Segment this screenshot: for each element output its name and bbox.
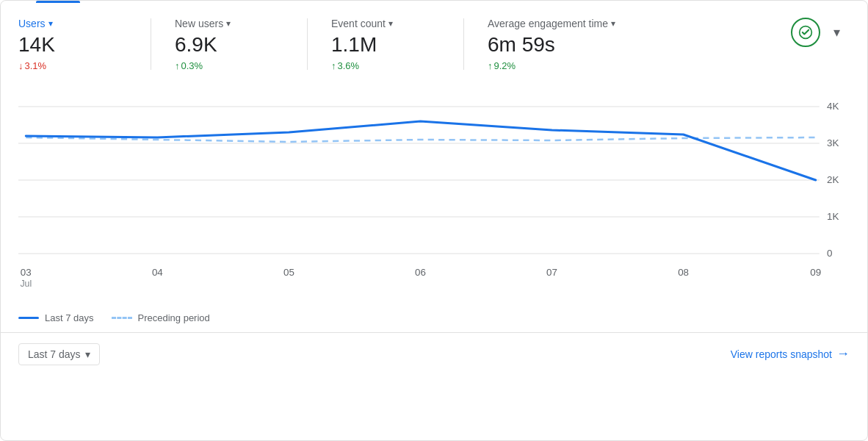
event-count-change-symbol: ↑ <box>331 60 336 71</box>
users-dropdown-arrow: ▾ <box>48 18 53 29</box>
metric-event-count-value: 1.1M <box>331 32 440 57</box>
svg-text:06: 06 <box>415 267 426 278</box>
metric-new-users-change: ↑ 0.3% <box>175 60 283 71</box>
metric-new-users-label: New users ▾ <box>175 18 283 29</box>
chart-legend: Last 7 days Preceding period <box>1 304 867 332</box>
compare-check-button[interactable] <box>791 18 820 47</box>
more-options-button[interactable]: ▾ <box>823 19 850 46</box>
svg-text:08: 08 <box>678 267 689 278</box>
svg-text:05: 05 <box>283 267 294 278</box>
footer: Last 7 days ▾ View reports snapshot → <box>1 332 867 380</box>
metric-new-users-value: 6.9K <box>175 32 283 57</box>
active-tab-indicator <box>36 1 80 3</box>
date-range-dropdown-icon: ▾ <box>85 348 90 360</box>
event-count-dropdown-arrow: ▾ <box>388 18 393 29</box>
view-reports-label: View reports snapshot <box>731 348 832 360</box>
date-range-button[interactable]: Last 7 days ▾ <box>18 343 100 365</box>
legend-dashed-label: Preceding period <box>138 312 210 323</box>
svg-text:09: 09 <box>810 267 821 278</box>
avg-engagement-dropdown-arrow: ▾ <box>611 18 615 29</box>
metric-avg-engagement-change: ↑ 9.2% <box>488 60 655 71</box>
legend-dashed: Preceding period <box>112 312 210 323</box>
svg-text:Jul: Jul <box>20 279 32 289</box>
legend-solid-line <box>18 317 39 319</box>
metric-event-count[interactable]: Event count ▾ 1.1M ↑ 3.6% <box>331 18 463 71</box>
svg-text:0: 0 <box>827 248 832 259</box>
metric-divider-2 <box>307 18 308 70</box>
avg-engagement-change-symbol: ↑ <box>488 60 493 71</box>
metric-actions: ▾ <box>791 18 850 47</box>
view-reports-link[interactable]: View reports snapshot → <box>731 346 850 362</box>
svg-text:07: 07 <box>546 267 557 278</box>
date-range-label: Last 7 days <box>28 348 81 360</box>
new-users-dropdown-arrow: ▾ <box>226 18 231 29</box>
users-change-symbol: ↓ <box>18 60 23 71</box>
svg-text:1K: 1K <box>827 211 839 222</box>
legend-solid-label: Last 7 days <box>45 312 94 323</box>
metric-divider-3 <box>463 18 464 70</box>
svg-text:4K: 4K <box>827 101 839 112</box>
legend-solid: Last 7 days <box>18 312 94 323</box>
metric-users-change: ↓ 3.1% <box>18 60 127 71</box>
legend-dashed-line <box>112 317 132 319</box>
svg-text:03: 03 <box>21 267 32 278</box>
new-users-change-symbol: ↑ <box>175 60 180 71</box>
metric-avg-engagement[interactable]: Average engagement time ▾ 6m 59s ↑ 9.2% <box>488 18 679 71</box>
view-reports-arrow-icon: → <box>836 346 850 362</box>
metric-avg-engagement-label: Average engagement time ▾ <box>488 18 655 29</box>
metric-divider-1 <box>151 18 151 70</box>
chart-area: 4K 3K 2K 1K 0 03 Jul 04 05 06 07 08 09 <box>18 92 850 298</box>
metric-avg-engagement-value: 6m 59s <box>488 32 655 57</box>
metric-new-users[interactable]: New users ▾ 6.9K ↑ 0.3% <box>175 18 307 71</box>
line-chart: 4K 3K 2K 1K 0 03 Jul 04 05 06 07 08 09 <box>18 92 850 298</box>
svg-text:3K: 3K <box>827 137 839 148</box>
analytics-card: Users ▾ 14K ↓ 3.1% New users ▾ 6.9K ↑ 0.… <box>0 0 868 441</box>
metrics-row: Users ▾ 14K ↓ 3.1% New users ▾ 6.9K ↑ 0.… <box>1 3 867 80</box>
svg-text:04: 04 <box>152 267 163 278</box>
chart-container: 4K 3K 2K 1K 0 03 Jul 04 05 06 07 08 09 <box>1 80 867 304</box>
metric-users-label: Users ▾ <box>18 18 127 29</box>
metric-event-count-label: Event count ▾ <box>331 18 440 29</box>
metric-users[interactable]: Users ▾ 14K ↓ 3.1% <box>18 18 151 71</box>
metric-users-value: 14K <box>18 32 127 57</box>
svg-text:2K: 2K <box>827 174 839 185</box>
metric-event-count-change: ↑ 3.6% <box>331 60 440 71</box>
